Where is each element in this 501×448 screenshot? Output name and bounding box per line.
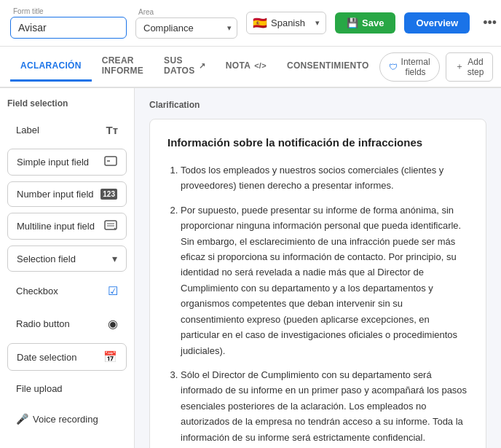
plus-icon: ＋: [455, 60, 464, 73]
code-icon: </>: [254, 61, 267, 70]
list-item: Por supuesto, puede presentar su informe…: [181, 203, 468, 358]
internal-fields-label: Internal fields: [401, 57, 430, 77]
shield-icon: 🛡: [389, 62, 398, 72]
radio-icon: ◉: [108, 317, 118, 331]
sidebar-item-file[interactable]: File upload: [7, 377, 127, 401]
text-format-icon: Tт: [106, 124, 118, 136]
save-disk-icon: 💾: [347, 17, 358, 28]
form-title-label: Form title: [10, 7, 127, 15]
clarification-box: Información sobre la notificación de inf…: [149, 119, 486, 448]
file-label: File upload: [16, 383, 63, 394]
sidebar: Field selection Label Tт Simple input fi…: [0, 88, 135, 448]
area-select[interactable]: Compliance Legal HR Finance: [135, 17, 237, 39]
more-options-button[interactable]: •••: [478, 12, 501, 34]
number-input-label: Number input field: [17, 189, 94, 200]
sidebar-item-date[interactable]: Date selection 📅: [7, 343, 127, 371]
main-content: Field selection Label Tт Simple input fi…: [0, 88, 501, 448]
selection-label: Selection field: [17, 254, 76, 264]
sidebar-item-selection[interactable]: Selection field ▾: [7, 245, 127, 272]
top-bar: Form title Area Compliance Legal HR Fina…: [0, 0, 501, 47]
calendar-icon: 📅: [103, 350, 117, 363]
save-label: Save: [362, 17, 384, 28]
content-area: Clarification Información sobre la notif…: [135, 88, 501, 448]
tabs-left: ACLARACIÓN CREAR INFORME SUS DATOS ↗ NOT…: [10, 47, 379, 87]
checkbox-label: Checkbox: [16, 286, 58, 296]
add-step-button[interactable]: ＋ Add step: [446, 52, 494, 82]
selection-icon: ▾: [112, 253, 117, 264]
simple-input-label: Simple input field: [17, 157, 89, 168]
sidebar-item-number-input[interactable]: Number input field 123: [7, 181, 127, 207]
simple-input-icon: [104, 156, 117, 168]
overview-button[interactable]: Overview: [404, 12, 470, 34]
area-label: Area: [135, 8, 237, 16]
list-item: Sólo el Director de Cumplimiento con su …: [181, 367, 468, 445]
multiline-label: Multiline input field: [17, 221, 95, 232]
sidebar-item-radio[interactable]: Radio button ◉: [7, 310, 127, 337]
internal-fields-button[interactable]: 🛡 Internal fields: [379, 52, 440, 82]
multiline-icon: [104, 220, 117, 232]
clarification-list: Todos los empleados y nuestros socios co…: [167, 162, 468, 448]
sidebar-item-checkbox[interactable]: Checkbox ☑: [7, 278, 127, 304]
content-title: Clarification: [149, 100, 486, 110]
area-select-wrap: Compliance Legal HR Finance ▾: [135, 17, 237, 39]
list-item: Todos los empleados y nuestros socios co…: [181, 162, 468, 194]
sidebar-item-multiline[interactable]: Multiline input field: [7, 213, 127, 240]
save-button[interactable]: 💾 Save: [335, 12, 395, 34]
clarification-heading: Información sobre la notificación de inf…: [167, 134, 468, 152]
area-group: Area Compliance Legal HR Finance ▾: [135, 8, 237, 39]
checkbox-icon: ☑: [108, 284, 118, 298]
sidebar-item-simple-input[interactable]: Simple input field: [7, 149, 127, 176]
number-input-icon: 123: [100, 189, 117, 200]
tab-consentimiento[interactable]: CONSENTIMIENTO: [277, 52, 379, 82]
language-selector[interactable]: 🇪🇸 Spanish ▾: [246, 12, 326, 34]
tab-aclaracion[interactable]: ACLARACIÓN: [10, 52, 92, 82]
voice-label: Voice recording: [28, 414, 118, 425]
sidebar-title: Field selection: [7, 98, 127, 109]
language-name: Spanish: [271, 17, 312, 28]
tabs-right: 🛡 Internal fields ＋ Add step ✏ 🗑: [379, 52, 501, 82]
external-link-icon: ↗: [199, 61, 205, 71]
radio-label: Radio button: [16, 318, 70, 329]
tab-nota[interactable]: NOTA </>: [216, 52, 277, 82]
tab-sus-datos[interactable]: SUS DATOS ↗: [154, 47, 216, 87]
more-icon: •••: [483, 15, 497, 30]
form-title-group: Form title: [10, 7, 127, 39]
sidebar-item-voice[interactable]: 🎤 Voice recording: [7, 406, 127, 431]
form-title-input[interactable]: [10, 17, 127, 39]
tab-bar: ACLARACIÓN CREAR INFORME SUS DATOS ↗ NOT…: [0, 47, 501, 88]
add-step-label: Add step: [468, 57, 484, 77]
sidebar-item-label[interactable]: Label Tт: [7, 117, 127, 143]
flag-icon: 🇪🇸: [253, 16, 267, 30]
tab-crear-informe[interactable]: CREAR INFORME: [92, 47, 154, 87]
date-label: Date selection: [17, 352, 76, 363]
svg-rect-0: [105, 157, 117, 165]
language-arrow-icon: ▾: [315, 18, 320, 28]
voice-icon: 🎤: [16, 413, 28, 425]
label-field-label: Label: [16, 125, 39, 135]
